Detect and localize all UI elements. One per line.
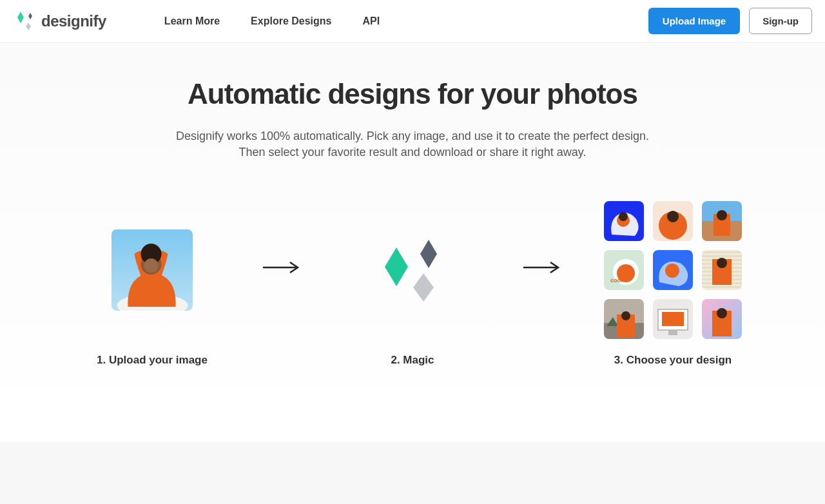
step-magic-visual — [371, 199, 454, 341]
magic-sparkles-icon — [371, 235, 454, 305]
svg-rect-27 — [668, 330, 677, 335]
hero-title: Automatic designs for your photos — [0, 78, 825, 110]
svg-point-8 — [144, 258, 159, 273]
design-result — [604, 201, 644, 241]
signup-button[interactable]: Sign-up — [749, 8, 812, 34]
header-actions: Upload Image Sign-up — [648, 8, 812, 34]
design-result — [653, 250, 693, 290]
svg-point-20 — [665, 264, 679, 278]
step-choose-label: 3. Choose your design — [614, 354, 732, 367]
step-upload-label: 1. Upload your image — [97, 354, 208, 367]
logo[interactable]: designify — [13, 10, 106, 33]
nav-api[interactable]: API — [362, 15, 380, 27]
design-result — [653, 299, 693, 339]
design-result: cool — [604, 250, 644, 290]
svg-point-24 — [621, 311, 630, 320]
design-results-grid: cool — [604, 201, 742, 339]
arrow-right-icon — [522, 261, 563, 274]
svg-point-16 — [717, 210, 727, 220]
svg-point-14 — [667, 211, 679, 222]
design-result — [702, 201, 742, 241]
design-result — [604, 299, 644, 339]
footer-area — [0, 442, 825, 504]
header: designify Learn More Explore Designs API… — [0, 0, 825, 43]
sample-photo-icon — [112, 229, 193, 311]
svg-rect-26 — [662, 312, 684, 326]
step-magic-label: 2. Magic — [391, 354, 434, 367]
logo-text: designify — [41, 12, 106, 30]
arrow-right-icon — [262, 261, 303, 274]
svg-point-12 — [619, 212, 628, 221]
nav-learn-more[interactable]: Learn More — [164, 15, 220, 27]
design-result — [702, 250, 742, 290]
step-choose: cool — [583, 199, 763, 367]
logo-sparkle-icon — [13, 10, 36, 33]
upload-image-button[interactable]: Upload Image — [648, 8, 740, 34]
hero-subtitle: Designify works 100% automatically. Pick… — [0, 128, 825, 160]
design-result — [653, 201, 693, 241]
step-upload: 1. Upload your image — [62, 199, 242, 367]
svg-point-22 — [717, 258, 727, 268]
step-upload-visual — [112, 199, 193, 341]
main-nav: Learn More Explore Designs API — [164, 15, 380, 27]
main-content: Automatic designs for your photos Design… — [0, 43, 825, 442]
step-magic: 2. Magic — [322, 199, 503, 367]
step-choose-visual: cool — [604, 199, 742, 341]
steps-row: 1. Upload your image 2. Magic — [0, 199, 825, 367]
design-result — [702, 299, 742, 339]
svg-point-29 — [717, 308, 727, 318]
svg-text:cool: cool — [610, 277, 623, 284]
nav-explore-designs[interactable]: Explore Designs — [251, 15, 331, 27]
